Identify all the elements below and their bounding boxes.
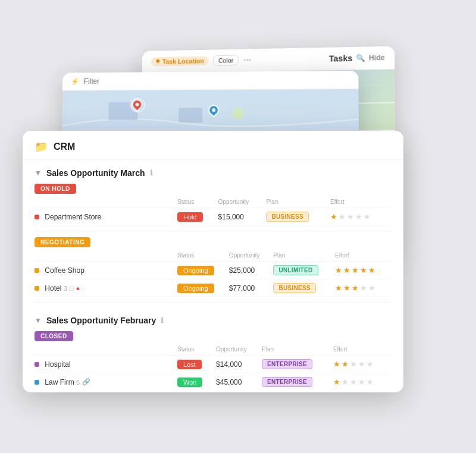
subtask-icon: □ xyxy=(70,285,74,292)
divider-1 xyxy=(35,231,392,231)
filter-icon: ⚡ xyxy=(71,77,80,86)
attachment-icon: 🔗 xyxy=(82,378,90,386)
coffee-name: Coffee Shop xyxy=(45,266,84,275)
march-onhold-header: Status Opportunity Plan Effort xyxy=(35,196,392,208)
february-closed-table: Status Opportunity Plan Effort Hospital xyxy=(35,344,392,387)
february-info: ℹ xyxy=(161,316,164,325)
hospital-cell: Hospital xyxy=(35,356,177,373)
crm-body: ▼ Sales Opportunity March ℹ ON HOLD Stat… xyxy=(23,160,403,387)
neg-col-status: Status xyxy=(177,250,229,262)
hotel-effort: ★ ★ ★ ★ ★ xyxy=(335,279,392,297)
color-button[interactable]: Color xyxy=(213,55,239,66)
star-3: ★ xyxy=(352,284,359,292)
star-2: ★ xyxy=(343,266,350,275)
search-icon[interactable]: 🔍 xyxy=(356,54,365,62)
won-pill: Won xyxy=(177,378,202,387)
svg-rect-7 xyxy=(178,108,202,122)
table-row: Law Firm 5 🔗 Won $45,000 ENTERPRISE xyxy=(35,373,392,388)
coffee-plan: UNLIMITED xyxy=(273,262,335,279)
star-4: ★ xyxy=(358,360,365,369)
hospital-opp: $14,000 xyxy=(216,356,262,373)
task-location-badge: Task Location xyxy=(151,56,209,66)
march-onhold-group: ON HOLD Status Opportunity Plan Effort xyxy=(35,183,392,226)
dept-store-status: Hold xyxy=(177,208,218,226)
star-2: ★ xyxy=(339,212,346,221)
hotel-cell: Hotel 3 □ ● xyxy=(35,279,177,297)
star-5: ★ xyxy=(364,212,371,221)
onhold-badge: ON HOLD xyxy=(35,184,76,194)
hotel-status: Ongoing xyxy=(177,279,229,297)
star-3: ★ xyxy=(347,212,354,221)
tasks-search: Tasks 🔍 Hide xyxy=(329,53,385,64)
closed-badge: CLOSED xyxy=(35,331,73,341)
dot-coffee xyxy=(35,268,39,273)
march-neg-header: Status Opportunity Plan Effort xyxy=(35,250,392,262)
star-2: ★ xyxy=(343,284,350,292)
crm-title: CRM xyxy=(54,141,75,152)
stars-coffee: ★ ★ ★ ★ ★ xyxy=(335,266,387,275)
enterprise-plan-2: ENTERPRISE xyxy=(262,377,312,387)
feb-col-effort: Effort xyxy=(333,344,392,356)
march-chevron: ▼ xyxy=(35,169,42,177)
dept-store-opp: $15,000 xyxy=(218,208,267,226)
negotiating-badge: NEGOTIATING xyxy=(35,237,90,247)
crm-card: 📁 CRM ▼ Sales Opportunity March ℹ ON HOL… xyxy=(23,131,403,392)
stars-hospital: ★ ★ ★ ★ ★ xyxy=(333,360,387,369)
hotel-opp: $77,000 xyxy=(229,279,274,297)
hotel-name: Hotel xyxy=(45,284,61,292)
filter-bar: ⚡ Filter xyxy=(62,71,359,91)
hospital-effort: ★ ★ ★ ★ ★ xyxy=(333,356,392,373)
feb-col-plan: Plan xyxy=(262,344,333,356)
star-4: ★ xyxy=(360,284,367,292)
star-5: ★ xyxy=(368,266,375,275)
february-closed-group: CLOSED Status Opportunity Plan Effort xyxy=(35,330,392,387)
filter-label[interactable]: Filter xyxy=(84,77,99,86)
tasks-header: Task Location Color ··· Tasks 🔍 Hide xyxy=(142,46,395,74)
lawfirm-cell: Law Firm 5 🔗 xyxy=(35,373,177,388)
hold-pill: Hold xyxy=(177,212,203,222)
more-icon[interactable]: ··· xyxy=(243,55,251,65)
dot-lawfirm xyxy=(35,380,39,385)
hospital-status: Lost xyxy=(177,356,216,373)
enterprise-plan-1: ENTERPRISE xyxy=(262,359,312,369)
star-2: ★ xyxy=(342,360,349,369)
coffee-cell: Coffee Shop xyxy=(35,262,177,279)
neg-col-effort: Effort xyxy=(335,250,392,262)
stars-hotel: ★ ★ ★ ★ ★ xyxy=(335,284,387,292)
star-1: ★ xyxy=(333,360,340,369)
star-4: ★ xyxy=(358,378,365,386)
dept-store-cell: Department Store xyxy=(35,208,177,226)
col-status: Status xyxy=(177,196,218,208)
star-4: ★ xyxy=(360,266,367,275)
coffee-opp: $25,000 xyxy=(229,262,274,279)
march-onhold-table: Status Opportunity Plan Effort Departmen… xyxy=(35,196,392,226)
feb-closed-header: Status Opportunity Plan Effort xyxy=(35,344,392,356)
star-1: ★ xyxy=(335,266,342,275)
march-info: ℹ xyxy=(150,169,153,177)
march-label: Sales Opportunity March xyxy=(46,168,145,178)
section-march[interactable]: ▼ Sales Opportunity March ℹ xyxy=(35,160,392,183)
coffee-effort: ★ ★ ★ ★ ★ xyxy=(335,262,392,279)
star-5: ★ xyxy=(367,360,374,369)
unlimited-plan: UNLIMITED xyxy=(273,265,318,275)
alert-icon: ● xyxy=(76,285,80,292)
february-chevron: ▼ xyxy=(35,316,42,325)
neg-col-name xyxy=(35,250,177,262)
col-plan: Plan xyxy=(266,196,330,208)
feb-col-status: Status xyxy=(177,344,216,356)
business-plan-2: BUSINESS xyxy=(273,283,316,293)
hide-label[interactable]: Hide xyxy=(369,54,385,62)
feb-col-name xyxy=(35,344,177,356)
hotel-plan: BUSINESS xyxy=(273,279,335,297)
neg-col-plan: Plan xyxy=(273,250,335,262)
star-4: ★ xyxy=(355,212,362,221)
section-february[interactable]: ▼ Sales Opportunity February ℹ xyxy=(35,307,392,330)
star-3: ★ xyxy=(352,266,359,275)
dept-store-plan: BUSINESS xyxy=(266,208,330,226)
lawfirm-status: Won xyxy=(177,373,216,388)
star-2: ★ xyxy=(342,378,349,386)
dot-deptstore xyxy=(35,215,39,219)
star-1: ★ xyxy=(333,378,340,386)
feb-col-opp: Opportunity xyxy=(216,344,262,356)
col-opp: Opportunity xyxy=(218,196,267,208)
